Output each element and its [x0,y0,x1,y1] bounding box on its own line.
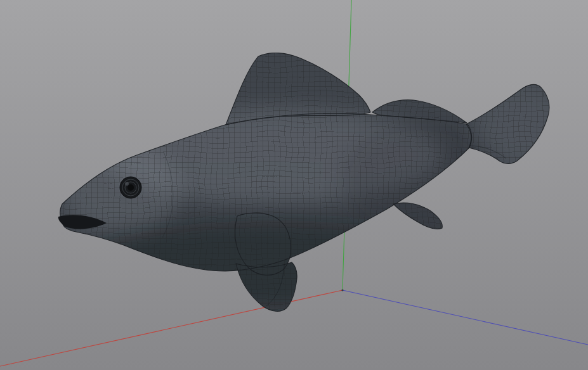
eye-highlight [125,182,129,186]
viewport-canvas[interactable] [0,0,588,370]
fish-eye [120,177,141,198]
viewport-3d[interactable] [0,0,588,370]
axes-origin-point [341,289,343,291]
